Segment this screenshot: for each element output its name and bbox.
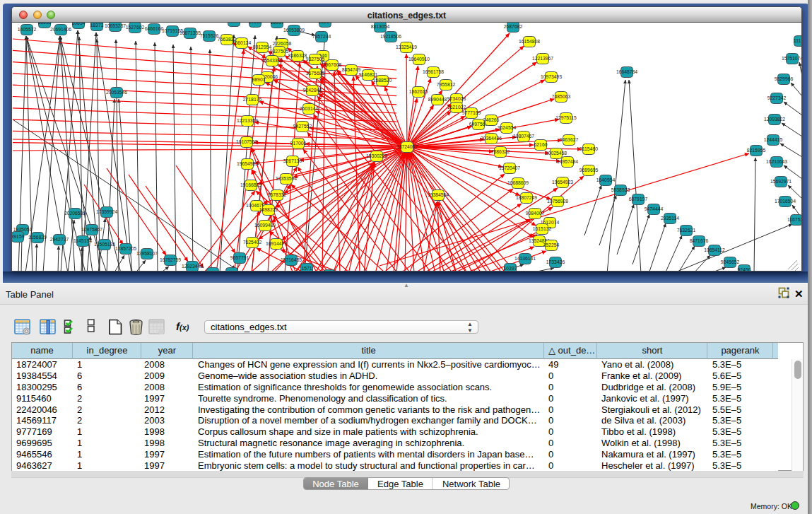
svg-text:14957484: 14957484 [557,159,578,164]
svg-text:19654983: 19654983 [237,161,258,166]
svg-text:18373: 18373 [90,23,104,28]
svg-text:8186328: 8186328 [288,53,307,58]
svg-text:8215955: 8215955 [747,148,766,153]
svg-text:7663822: 7663822 [218,37,237,42]
svg-text:62160: 62160 [534,142,548,147]
svg-text:20364436: 20364436 [481,136,502,141]
svg-text:12353594: 12353594 [276,176,297,181]
svg-text:19937: 19937 [228,23,241,23]
svg-text:18640910: 18640910 [408,57,430,62]
svg-text:8813054: 8813054 [371,24,390,29]
svg-text:12093822: 12093822 [764,117,785,122]
svg-text:9084007: 9084007 [526,211,545,216]
svg-text:917006: 917006 [290,141,307,146]
svg-text:10973493: 10973493 [541,74,562,79]
svg-text:16154808: 16154808 [519,39,540,44]
svg-text:7357234: 7357234 [312,34,331,39]
svg-text:10688609: 10688609 [507,180,529,185]
svg-text:19384554: 19384554 [428,192,449,197]
svg-text:9327505: 9327505 [270,49,289,54]
svg-text:19166825: 19166825 [240,182,261,187]
svg-text:7955812: 7955812 [437,82,456,87]
svg-text:5938923: 5938923 [611,187,630,192]
svg-text:39159: 39159 [12,234,25,239]
svg-text:3675685: 3675685 [306,71,325,76]
svg-text:16648784: 16648784 [616,69,637,74]
svg-text:10975867: 10975867 [81,227,102,232]
svg-text:9734028: 9734028 [447,96,466,101]
svg-text:9245652: 9245652 [721,259,740,264]
svg-text:8912954: 8912954 [253,45,272,49]
svg-text:8454749: 8454749 [342,67,361,72]
svg-text:17857205: 17857205 [115,246,136,251]
svg-text:9327505: 9327505 [306,57,325,62]
svg-text:2687682: 2687682 [504,24,523,29]
svg-text:16671355: 16671355 [180,30,201,35]
svg-text:1498222: 1498222 [259,207,278,212]
svg-text:9242848: 9242848 [303,88,322,93]
svg-text:17359924: 17359924 [96,209,117,214]
svg-text:98901: 98901 [252,77,266,82]
svg-text:14136141: 14136141 [514,256,536,261]
svg-text:2603144: 2603144 [300,106,319,111]
svg-text:9699695: 9699695 [579,168,599,173]
svg-text:12213369: 12213369 [237,118,258,123]
svg-text:16543362: 16543362 [261,58,283,63]
svg-text:7632621: 7632621 [677,228,696,233]
svg-text:10853: 10853 [249,23,262,24]
svg-text:19654923: 19654923 [552,180,573,185]
svg-text:1621022: 1621022 [447,105,466,110]
svg-text:9427552: 9427552 [293,124,312,129]
svg-text:18314: 18314 [319,23,332,24]
svg-text:20053546: 20053546 [106,90,127,95]
svg-text:1571: 1571 [301,266,312,271]
svg-text:10025458: 10025458 [546,151,567,156]
svg-text:9329966: 9329966 [775,76,794,81]
svg-text:13325419: 13325419 [396,45,417,49]
svg-text:10807467: 10807467 [513,134,534,139]
svg-text:20691406: 20691406 [50,27,71,32]
svg-text:9146821: 9146821 [359,72,378,77]
svg-text:10653287: 10653287 [105,23,126,28]
svg-text:16914479: 16914479 [266,241,287,246]
svg-text:10654112: 10654112 [704,247,725,252]
svg-text:16053809: 16053809 [283,28,305,33]
svg-text:1167533: 1167533 [787,217,801,222]
svg-text:1527602: 1527602 [126,25,145,30]
svg-text:16099489: 16099489 [254,223,276,228]
svg-text:18724007: 18724007 [396,144,418,149]
svg-text:1615132: 1615132 [533,226,552,231]
svg-text:8990448: 8990448 [428,97,447,102]
svg-text:2942737: 2942737 [50,237,69,242]
svg-text:6879197: 6879197 [629,197,648,201]
svg-text:1145194: 1145194 [73,238,92,243]
svg-text:1640954: 1640954 [596,177,616,182]
svg-text:16961758: 16961758 [423,69,444,74]
svg-text:9227342: 9227342 [767,95,787,100]
svg-text:15692971: 15692971 [770,179,792,184]
svg-text:7625402: 7625402 [243,240,262,245]
svg-text:92456: 92456 [738,267,751,271]
svg-text:12213967: 12213967 [532,56,553,61]
svg-text:7386322: 7386322 [491,149,510,154]
svg-text:9474444: 9474444 [645,206,664,211]
svg-text:9115460: 9115460 [579,146,598,151]
svg-text:18807249: 18807249 [516,195,537,200]
svg-text:2967608: 2967608 [323,62,342,67]
svg-text:20206536: 20206536 [64,211,86,216]
svg-text:12975115: 12975115 [555,115,577,120]
svg-text:2718176: 2718176 [243,97,262,102]
svg-text:1362615: 1362615 [409,89,428,94]
svg-text:1244415: 1244415 [764,137,783,142]
svg-text:8471676: 8471676 [690,238,709,243]
svg-text:16782759: 16782759 [160,257,181,262]
svg-text:9463627: 9463627 [560,137,579,142]
svg-text:945: 945 [208,270,217,271]
svg-text:7485063: 7485063 [552,94,571,99]
svg-text:1405572: 1405572 [18,27,37,32]
svg-text:746266: 746266 [483,117,500,122]
svg-text:2226058: 2226058 [273,41,292,46]
svg-text:15300275: 15300275 [366,153,387,158]
svg-text:9777169: 9777169 [462,110,481,115]
svg-text:6466160: 6466160 [145,26,164,31]
